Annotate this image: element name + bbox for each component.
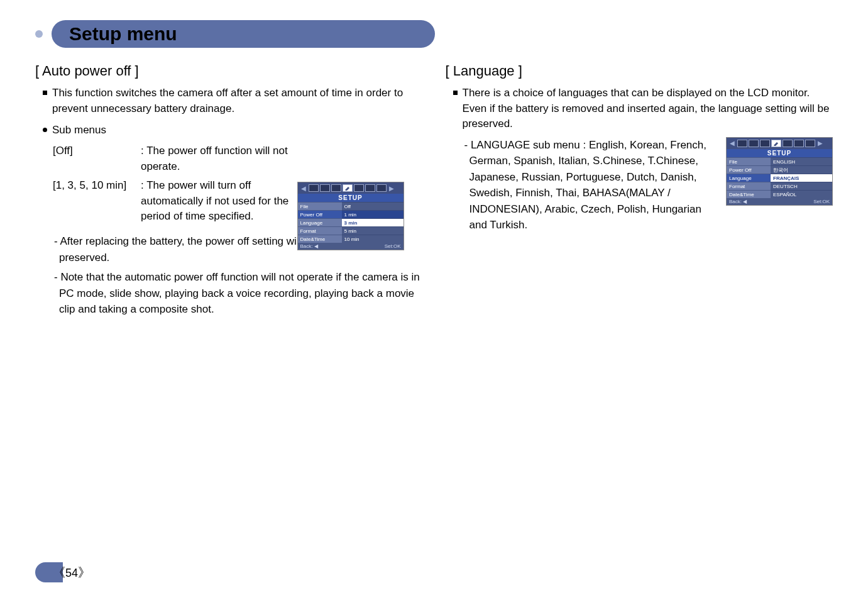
cam-row-r: FRANÇAIS — [771, 174, 832, 182]
submenus-label: Sub menus — [52, 123, 106, 138]
wrench-icon — [773, 141, 779, 146]
tab-icon-6 — [365, 184, 375, 192]
camera-setup-screenshot-right: ◀ ▶ SETUP FileENGLISH Power — [726, 137, 833, 206]
tab-icon-5 — [783, 140, 793, 147]
auto-power-off-intro: This function switches the camera off af… — [52, 86, 423, 116]
cam-row-l: Format — [298, 226, 342, 235]
cam-foot-back: Back: ◀ — [729, 199, 747, 204]
cam-row-r: DEUTSCH — [771, 182, 832, 190]
submenu-off-desc: : The power off function will not operat… — [141, 143, 304, 174]
page-number: 《54》 — [35, 562, 91, 582]
tab-icon-2 — [320, 184, 330, 192]
submenu-times-desc: : The power will turn off automatically … — [141, 178, 304, 225]
page-number-value: 54 — [65, 567, 78, 579]
wrench-icon — [344, 186, 351, 191]
angle-bracket-icon: 《 — [53, 565, 65, 579]
tab-icon-active — [771, 140, 781, 147]
tab-arrow-right-icon: ▶ — [388, 185, 395, 192]
right-column: [ Language ] There is a choice of langua… — [446, 59, 833, 321]
auto-power-off-heading: [ Auto power off ] — [35, 63, 423, 79]
tab-icon-active — [343, 184, 353, 192]
cam-foot-set: Set:OK — [813, 199, 830, 204]
cam-row-r: 5 min — [342, 226, 404, 235]
cam-row-l: Date&Time — [727, 190, 771, 198]
cam-row-l: File — [298, 202, 342, 210]
submenu-times-key: [1, 3, 5, 10 min] — [53, 178, 141, 225]
tab-icon-5 — [354, 184, 364, 192]
tab-icon-2 — [749, 140, 759, 147]
note-battery-preserved: - After replacing the battery, the power… — [54, 233, 324, 265]
language-intro: There is a choice of languages that can … — [463, 86, 833, 132]
cam-title-left: SETUP — [298, 194, 404, 202]
cam-row-l: Language — [727, 174, 771, 182]
cam-title-right: SETUP — [727, 149, 832, 157]
tab-arrow-left-icon: ◀ — [300, 185, 307, 192]
title-bullet-icon — [35, 30, 43, 38]
tab-icon-7 — [805, 140, 815, 147]
tab-icon-7 — [376, 184, 387, 192]
submenu-off-key: [Off] — [53, 143, 141, 174]
cam-row-l: Power Off — [727, 165, 771, 174]
cam-row-r: ESPAÑOL — [771, 190, 832, 198]
angle-bracket-icon: 》 — [78, 565, 91, 579]
tab-icon-6 — [794, 140, 804, 147]
cam-row-l: Power Off — [298, 210, 342, 218]
tab-icon-1 — [737, 140, 747, 147]
square-bullet-icon — [453, 91, 458, 95]
cam-row-r: 10 min — [342, 235, 404, 243]
camera-setup-screenshot-left: ◀ ▶ SETUP FileOff Power Off1 — [297, 182, 404, 250]
cam-row-r: Off — [342, 202, 404, 210]
cam-row-l: Format — [727, 182, 771, 190]
cam-row-r: 한국어 — [771, 165, 832, 174]
cam-row-l: File — [727, 157, 771, 165]
page-title: Setup menu — [69, 23, 177, 45]
cam-row-l: Date&Time — [298, 235, 342, 243]
language-list: - LANGUAGE sub menu : English, Korean, F… — [464, 137, 719, 233]
tab-icon-3 — [760, 140, 770, 147]
square-bullet-icon — [43, 91, 47, 95]
cam-row-r: ENGLISH — [771, 157, 832, 165]
cam-row-l: Language — [298, 218, 342, 226]
cam-row-r: 3 min — [342, 218, 404, 226]
cam-foot-set: Set:OK — [385, 243, 401, 249]
round-bullet-icon — [43, 128, 47, 132]
tab-arrow-left-icon: ◀ — [728, 140, 736, 147]
tab-icon-1 — [309, 184, 319, 192]
note-not-operate-modes: - Note that the automatic power off func… — [54, 269, 423, 318]
cam-foot-back: Back: ◀ — [300, 243, 318, 249]
cam-row-r: 1 min — [342, 210, 404, 218]
left-column: [ Auto power off ] This function switche… — [35, 59, 423, 321]
language-heading: [ Language ] — [446, 63, 833, 79]
title-bar: Setup menu — [35, 20, 833, 48]
tab-icon-3 — [331, 184, 341, 192]
tab-arrow-right-icon: ▶ — [816, 140, 824, 147]
